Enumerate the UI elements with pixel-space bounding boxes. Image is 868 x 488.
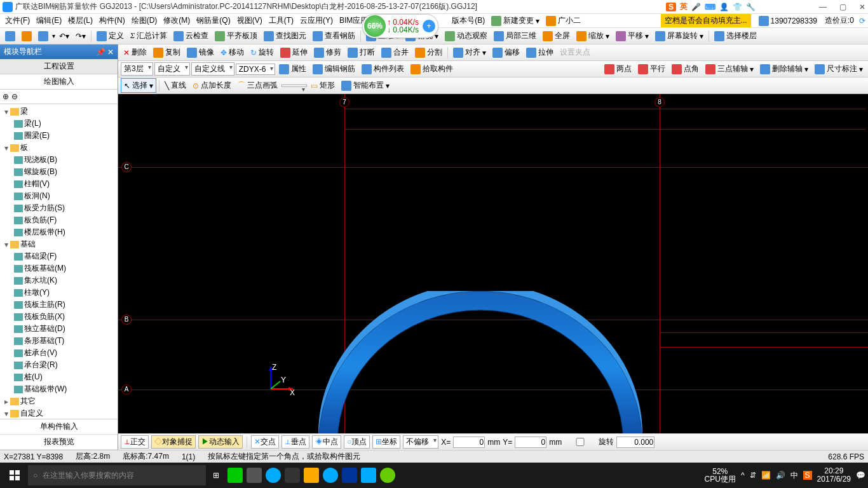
quad-toggle[interactable]: ⊞坐标 (372, 435, 400, 449)
menu-modify[interactable]: 修改(M) (161, 14, 193, 27)
tree-item[interactable]: 桩(U) (1, 371, 116, 383)
tray-ime-icon[interactable]: 中 (790, 470, 798, 481)
menu-view[interactable]: 视图(V) (234, 14, 265, 27)
app-icon-2[interactable] (245, 465, 263, 485)
tab-project[interactable]: 工程设置 (0, 59, 118, 74)
menu-tools[interactable]: 工具(T) (266, 14, 296, 27)
menu-cloud[interactable]: 云应用(Y) (297, 14, 336, 27)
app-icon-7[interactable] (341, 465, 358, 485)
tree-item[interactable]: 筏板基础(M) (1, 262, 116, 274)
app-icon-6[interactable] (322, 465, 339, 485)
tree-item[interactable]: 基础梁(F) (1, 250, 116, 262)
component-tree[interactable]: ▾梁梁(L)圈梁(E)▾板现浇板(B)螺旋板(B)柱帽(V)板洞(N)板受力筋(… (0, 104, 118, 419)
search-box[interactable]: ○在这里输入你要搜索的内容 (28, 465, 206, 485)
summary-button[interactable]: Σ汇总计算 (128, 29, 170, 43)
ime-bar[interactable]: S 英 🎤⌨👤👕🔧 (666, 1, 756, 12)
fullscreen-button[interactable]: 全屏 (540, 29, 573, 43)
user-button[interactable]: 广小二 (543, 14, 583, 27)
app-icon-5[interactable] (302, 465, 320, 485)
align-button[interactable]: 对齐▾ (451, 46, 489, 59)
arc-button[interactable]: ⌒三点画弧 (235, 79, 280, 92)
flat-button[interactable]: 平齐板顶 (212, 29, 260, 43)
redo-icon[interactable]: ↷▾ (73, 30, 88, 42)
addlen-button[interactable]: ⊙点加长度 (190, 79, 234, 92)
x-input[interactable] (453, 437, 485, 448)
app-icon-3[interactable] (264, 465, 282, 485)
list-button[interactable]: 构件列表 (359, 62, 407, 76)
clock[interactable]: 20:292017/6/29 (817, 467, 851, 484)
tray-vol-icon[interactable]: 🔊 (776, 471, 785, 480)
rotate-btn[interactable]: ↻旋转 (248, 46, 276, 59)
tree-item[interactable]: 现浇板(B) (1, 154, 116, 166)
tree-item[interactable]: 板洞(N) (1, 190, 116, 202)
offset-button[interactable]: 偏移 (490, 46, 522, 59)
app-icon-1[interactable] (226, 465, 244, 485)
expand-icon[interactable]: ⊕ (3, 92, 9, 101)
tree-item[interactable]: 柱帽(V) (1, 178, 116, 190)
pick-button[interactable]: 拾取构件 (408, 62, 456, 76)
tab-draw[interactable]: 绘图输入 (0, 74, 118, 90)
open-icon[interactable] (19, 30, 34, 43)
select-button[interactable]: ↖选择▾ (121, 78, 156, 93)
parallel-button[interactable]: 平行 (635, 62, 668, 76)
tree-item[interactable]: 板负筋(F) (1, 214, 116, 226)
menu-rebar[interactable]: 钢筋量(Q) (194, 14, 233, 27)
collapse-icon[interactable]: ⊖ (11, 92, 18, 101)
tree-item[interactable]: 柱墩(Y) (1, 287, 116, 299)
trim-button[interactable]: 修剪 (311, 46, 344, 59)
copy-button[interactable]: 复制 (151, 46, 183, 59)
tree-item[interactable]: 螺旋板(B) (1, 166, 116, 178)
menu-version[interactable]: 版本号(B) (449, 14, 487, 27)
move-button[interactable]: ✥移动 (218, 46, 247, 59)
pin-icon[interactable]: 📌 ✕ (96, 48, 114, 57)
tree-category[interactable]: ▾板 (1, 142, 116, 154)
tree-item[interactable]: 集水坑(K) (1, 274, 116, 287)
tree-category[interactable]: ▾梁 (1, 105, 116, 118)
grip-button[interactable]: 设置夹点 (557, 46, 593, 59)
tree-item[interactable]: 筏板主筋(R) (1, 299, 116, 311)
edit-rebar-button[interactable]: 编辑钢筋 (310, 62, 358, 76)
tree-item[interactable]: 桩承台(V) (1, 347, 116, 359)
extend-button[interactable]: 延伸 (278, 46, 310, 59)
merge-button[interactable]: 合并 (379, 46, 411, 59)
tree-item[interactable]: 承台梁(R) (1, 359, 116, 371)
find-button[interactable]: 查找图元 (261, 29, 309, 43)
tray-sogou-icon[interactable]: S (803, 471, 812, 480)
tree-item[interactable]: 基础板带(W) (1, 383, 116, 395)
local-3d-button[interactable]: 局部三维 (491, 29, 539, 43)
single-input-tab[interactable]: 单构件输入 (0, 419, 118, 435)
new-icon[interactable] (3, 30, 18, 43)
delete-button[interactable]: ✕删除 (121, 46, 149, 59)
attr-button[interactable]: 属性 (276, 62, 309, 76)
stretch-button[interactable]: 拉伸 (524, 46, 556, 59)
rotate-input[interactable] (616, 437, 654, 448)
menu-draw[interactable]: 绘图(D) (129, 14, 160, 27)
cloud-check-button[interactable]: 云检查 (171, 29, 211, 43)
menu-file[interactable]: 文件(F) (3, 14, 32, 27)
two-point-button[interactable]: 两点 (602, 62, 634, 76)
component-select[interactable]: ZDYX-6 (236, 64, 276, 75)
report-tab[interactable]: 报表预览 (0, 435, 118, 450)
window-controls[interactable]: —▢✕ (819, 3, 865, 11)
tree-item[interactable]: 楼层板带(H) (1, 226, 116, 238)
pan-button[interactable]: 平移▾ (613, 29, 651, 43)
save-icon[interactable] (36, 30, 51, 43)
break-button[interactable]: 打断 (345, 46, 377, 59)
line-button[interactable]: ╲直线 (162, 79, 189, 92)
tree-item[interactable]: 独立基础(D) (1, 323, 116, 335)
tree-item[interactable]: 条形基础(T) (1, 335, 116, 347)
arc-options[interactable] (281, 85, 307, 87)
corner-button[interactable]: 点角 (669, 62, 702, 76)
tree-category[interactable]: ▸其它 (1, 395, 116, 407)
phone-label[interactable]: 13907298339 (756, 15, 820, 27)
offset-select[interactable]: 不偏移 (403, 435, 438, 449)
task-view-icon[interactable]: ⊞ (207, 465, 225, 485)
menu-edit[interactable]: 编辑(E) (34, 14, 64, 27)
viewport[interactable]: 7 8 C B A ZYX (118, 94, 868, 433)
refresh-icon[interactable]: ⟳ (859, 17, 865, 25)
snap-toggle[interactable]: ◇对象捕捉 (151, 435, 196, 449)
tray-net-icon[interactable]: ⇵ (750, 471, 756, 480)
app-icon-8[interactable] (360, 465, 377, 485)
split-button[interactable]: 分割 (412, 46, 445, 59)
tree-item[interactable]: 梁(L) (1, 118, 116, 130)
